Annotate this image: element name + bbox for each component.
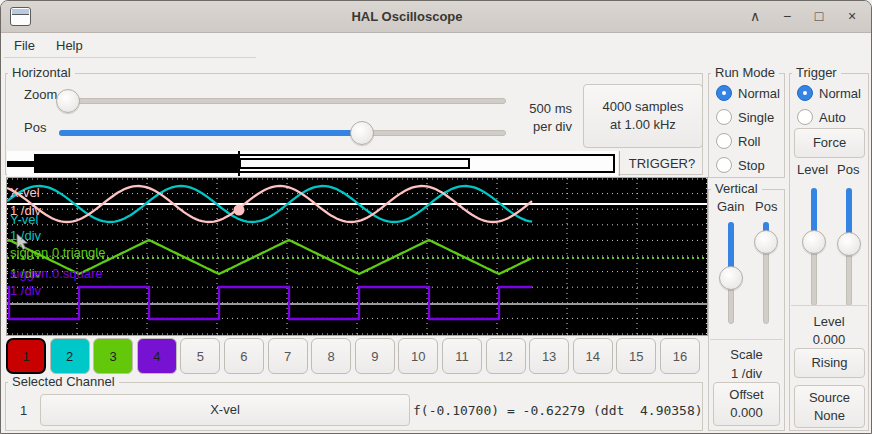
pos-label: Pos <box>24 120 46 135</box>
vertical-gain-slider-handle[interactable] <box>719 266 743 290</box>
trigger-source-label: Source <box>809 389 850 407</box>
record-pretrigger-stub <box>7 161 34 167</box>
minimize-icon: − <box>783 8 791 24</box>
scope-channel-1-name: X-vel <box>10 186 40 199</box>
channel-button-7[interactable]: 7 <box>268 338 308 374</box>
menu-file[interactable]: File <box>8 33 41 58</box>
run-mode-option-roll[interactable]: Roll <box>716 132 760 150</box>
channel-button-5[interactable]: 5 <box>180 338 220 374</box>
selected-channel-group: Selected Channel 1 X-vel f(-0.10700) = -… <box>5 382 703 431</box>
run-mode-option-stop[interactable]: Stop <box>716 156 765 174</box>
channel-source-label: X-vel <box>210 401 240 419</box>
offset-button[interactable]: Offset 0.000 <box>713 382 780 426</box>
run-mode-title: Run Mode <box>711 65 779 80</box>
selected-channel-title: Selected Channel <box>8 374 119 389</box>
selected-sample-marker <box>234 205 245 216</box>
trigger-pos-slider-label: Pos <box>837 162 859 177</box>
samples-button[interactable]: 4000 samples at 1.00 kHz <box>583 84 703 148</box>
trigger-option-label: Auto <box>819 110 846 125</box>
channel-button-10[interactable]: 10 <box>398 338 438 374</box>
scope-channel-4-name: siggen.0.square <box>10 267 103 280</box>
zoom-slider-track[interactable] <box>59 98 506 104</box>
pos-slider-fill <box>59 130 362 136</box>
trigger-level-value: 0.000 <box>790 332 868 347</box>
trigger-status-label: TRIGGER? <box>629 156 695 171</box>
timebase-line1: 500 ms <box>502 100 572 118</box>
trigger-option-normal[interactable]: Normal <box>797 84 861 102</box>
channel-button-6[interactable]: 6 <box>224 338 264 374</box>
offset-button-value: 0.000 <box>730 404 763 422</box>
channel-button-4[interactable]: 4 <box>137 338 177 374</box>
radio-icon <box>716 133 732 149</box>
channel-button-2[interactable]: 2 <box>50 338 90 374</box>
menu-help[interactable]: Help <box>50 33 89 58</box>
channel-button-14[interactable]: 14 <box>573 338 613 374</box>
channel-source-button[interactable]: X-vel <box>40 394 410 426</box>
channel-button-16[interactable]: 16 <box>660 338 700 374</box>
zoom-slider-handle[interactable] <box>56 89 80 113</box>
scope-display[interactable]: X-vel 1 /div Y-vel 1 /div siggen.0.trian… <box>6 177 708 336</box>
horizontal-group: Horizontal Zoom Pos 500 ms per div 4000 … <box>5 73 703 175</box>
scope-svg <box>7 178 707 335</box>
timebase-line2: per div <box>502 118 572 136</box>
scope-channel-2-scale: 1 /div <box>10 229 41 242</box>
scope-channel-2-name: Y-vel <box>10 213 38 226</box>
channel-button-11[interactable]: 11 <box>442 338 482 374</box>
app-window: HAL Oscilloscope ∧ − □ × File Help Horiz… <box>0 0 872 434</box>
offset-button-label: Offset <box>729 386 763 404</box>
vertical-divider <box>710 339 783 340</box>
radio-icon <box>797 109 813 125</box>
vertical-gain-label: Gain <box>717 199 744 214</box>
trigger-source-button[interactable]: Source None <box>794 385 865 428</box>
close-button[interactable]: × <box>838 1 866 32</box>
record-position-bar <box>7 151 618 176</box>
radio-checked-icon <box>716 85 732 101</box>
menu-separator <box>4 57 256 58</box>
trigger-level-slider-handle[interactable] <box>802 230 826 254</box>
shade-icon: ∧ <box>750 8 760 24</box>
vertical-scale-label: Scale <box>709 347 784 362</box>
run-mode-option-label: Roll <box>738 134 760 149</box>
trigger-divider <box>791 305 867 306</box>
maximize-icon: □ <box>815 8 823 24</box>
samples-line1: 4000 samples <box>603 98 684 116</box>
trigger-option-auto[interactable]: Auto <box>797 108 846 126</box>
channel-button-13[interactable]: 13 <box>529 338 569 374</box>
channel-button-1[interactable]: 1 <box>6 338 46 374</box>
close-icon: × <box>848 8 856 24</box>
titlebar[interactable]: HAL Oscilloscope ∧ − □ × <box>1 1 871 33</box>
horizontal-group-title: Horizontal <box>8 65 75 80</box>
trigger-title: Trigger <box>792 65 841 80</box>
radio-icon <box>716 109 732 125</box>
trigger-edge-button[interactable]: Rising <box>794 348 865 378</box>
channel-button-15[interactable]: 15 <box>616 338 656 374</box>
pos-slider-handle[interactable] <box>350 121 374 145</box>
run-mode-option-single[interactable]: Single <box>716 108 774 126</box>
channel-button-12[interactable]: 12 <box>486 338 526 374</box>
samples-line2: at 1.00 kHz <box>610 116 676 134</box>
timebase-readout: 500 ms per div <box>502 100 572 136</box>
window-title: HAL Oscilloscope <box>1 1 813 32</box>
run-mode-option-normal[interactable]: Normal <box>716 84 780 102</box>
trigger-option-label: Normal <box>819 86 861 101</box>
shade-button[interactable]: ∧ <box>741 1 769 32</box>
trigger-status-cell: TRIGGER? <box>619 151 704 176</box>
vertical-group: Vertical Gain Pos Scale 1 /div Offset 0.… <box>708 189 785 431</box>
minimize-button[interactable]: − <box>773 1 801 32</box>
trigger-source-value: None <box>814 407 845 425</box>
force-button[interactable]: Force <box>794 128 865 158</box>
force-button-label: Force <box>813 134 846 152</box>
vertical-scale-value: 1 /div <box>709 366 784 381</box>
scope-channel-3-name: siggen.0.triangle <box>10 246 105 259</box>
trigger-edge-label: Rising <box>811 354 847 372</box>
channel-button-8[interactable]: 8 <box>311 338 351 374</box>
record-view-window <box>239 158 470 169</box>
trigger-pos-slider-handle[interactable] <box>837 232 861 256</box>
channel-button-9[interactable]: 9 <box>355 338 395 374</box>
vertical-pos-label: Pos <box>755 199 777 214</box>
channel-button-3[interactable]: 3 <box>93 338 133 374</box>
scope-channel-4-scale: 1 /div <box>10 284 41 297</box>
zoom-label: Zoom <box>24 87 57 102</box>
vertical-pos-slider-handle[interactable] <box>754 230 778 254</box>
maximize-button[interactable]: □ <box>805 1 833 32</box>
